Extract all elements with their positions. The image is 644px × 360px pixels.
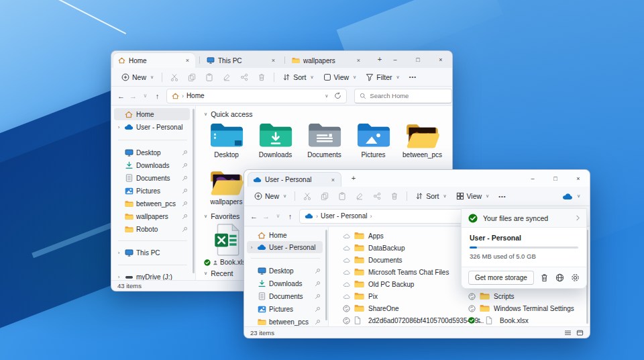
maximize-button[interactable]: □ — [544, 170, 567, 187]
sidebar-scrollbar[interactable] — [193, 109, 195, 273]
back-tab-home[interactable]: Home × — [113, 53, 195, 68]
delete-button[interactable] — [388, 189, 401, 203]
sidebar-item-home[interactable]: Home — [247, 229, 323, 241]
expander-icon[interactable]: › — [116, 124, 121, 130]
globe-icon[interactable] — [555, 273, 564, 282]
close-button[interactable]: × — [567, 170, 590, 187]
up-nav-button[interactable]: ↑ — [152, 92, 163, 100]
more-options-button[interactable]: ••• — [405, 71, 421, 83]
search-input[interactable] — [370, 92, 440, 99]
new-tab-button[interactable]: + — [348, 173, 359, 184]
file-row-windows-terminal-settings[interactable]: Windows Terminal Settings — [468, 302, 574, 314]
breadcrumb-segment[interactable]: Home — [186, 92, 205, 99]
section-favorites[interactable]: ∨ Favorites — [204, 212, 239, 220]
view-button[interactable]: View ∨ — [319, 71, 362, 84]
details-view-icon[interactable] — [564, 329, 572, 336]
front-tab-onedrive[interactable]: User - Personal × — [248, 172, 341, 187]
file-row-scripts[interactable]: Scripts — [468, 290, 515, 302]
sidebar-item-downloads[interactable]: Downloads — [247, 277, 323, 289]
sidebar-item-onedrive[interactable]: › User - Personal — [114, 121, 190, 133]
share-button[interactable] — [370, 189, 384, 203]
delete-button[interactable] — [255, 71, 268, 84]
section-recent[interactable]: ∨ Recent — [204, 269, 233, 277]
large-icons-view-icon[interactable] — [576, 329, 584, 336]
address-bar[interactable]: › User - Personal › — [299, 209, 464, 224]
address-dropdown-icon[interactable]: ∨ — [325, 93, 328, 99]
cut-button[interactable] — [168, 71, 181, 84]
forward-nav-button[interactable]: → — [127, 92, 139, 100]
view-button[interactable]: View ∨ — [451, 189, 494, 203]
paste-button[interactable] — [335, 189, 349, 203]
sidebar-scrollbar[interactable] — [325, 230, 327, 320]
sidebar-item-desktop[interactable]: Desktop — [247, 265, 323, 277]
history-dropdown[interactable]: ∨ — [272, 213, 284, 219]
paste-button[interactable] — [203, 71, 216, 84]
sidebar-item-documents[interactable]: Documents — [114, 172, 190, 184]
expander-icon[interactable]: › — [116, 250, 121, 256]
get-more-storage-button[interactable]: Get more storage — [468, 271, 534, 285]
address-bar[interactable]: › Home ∨ — [166, 89, 347, 103]
copy-button[interactable] — [318, 189, 331, 203]
sidebar-item-pictures[interactable]: Pictures — [247, 303, 323, 315]
file-row-teams-chat-files[interactable]: Microsoft Teams Chat Files — [343, 266, 449, 278]
more-options-button[interactable]: ••• — [494, 191, 511, 202]
onedrive-status-button[interactable]: ∨ — [562, 193, 590, 200]
rename-button[interactable] — [220, 71, 233, 84]
sidebar-item-desktop[interactable]: Desktop — [114, 146, 190, 159]
sync-status-row[interactable]: Your files are synced — [462, 209, 586, 228]
sort-button[interactable]: Sort ∨ — [278, 71, 318, 84]
sidebar-item-home[interactable]: Home — [114, 108, 190, 120]
front-titlebar[interactable]: User - Personal × + – □ × — [244, 170, 590, 187]
gear-icon[interactable] — [571, 273, 580, 282]
file-row-pix[interactable]: Pix — [343, 290, 378, 302]
sidebar-item-between-pcs[interactable]: between_pcs — [114, 197, 190, 210]
section-quick-access[interactable]: ∨ Quick access — [204, 110, 253, 118]
share-button[interactable] — [237, 71, 251, 84]
forward-nav-button[interactable]: → — [260, 212, 272, 220]
cut-button[interactable] — [301, 189, 314, 203]
back-nav-button[interactable]: ← — [115, 92, 127, 100]
recycle-bin-icon[interactable] — [540, 273, 549, 282]
file-row-documents[interactable]: Documents — [343, 254, 402, 266]
sidebar-item-onedrive[interactable]: › User - Personal — [247, 241, 323, 253]
sidebar-item-wallpapers[interactable]: wallpapers — [114, 210, 190, 222]
close-button[interactable]: × — [429, 51, 452, 68]
quick-access-documents[interactable]: Documents — [300, 121, 349, 159]
file-row-old-pc-backup[interactable]: Old PC Backup — [343, 278, 414, 290]
file-row-databackup[interactable]: DataBackup — [343, 242, 405, 254]
chevron-down-icon[interactable]: ∨ — [204, 111, 207, 117]
file-row-shareone[interactable]: ShareOne — [343, 302, 399, 314]
tab-close-button[interactable]: × — [270, 57, 276, 64]
refresh-icon[interactable] — [334, 92, 341, 99]
breadcrumb-segment[interactable]: User - Personal — [321, 212, 367, 220]
sidebar-item-documents[interactable]: Documents — [247, 290, 323, 302]
search-box[interactable] — [354, 89, 452, 103]
tab-close-button[interactable]: × — [184, 57, 191, 64]
new-button[interactable]: New ∨ — [250, 189, 291, 203]
quick-access-between-pcs[interactable]: between_pcs — [398, 121, 447, 159]
expander-icon[interactable]: › — [116, 274, 121, 280]
history-dropdown[interactable]: ∨ — [140, 93, 151, 99]
expander-icon[interactable]: › — [249, 244, 254, 251]
back-tab-wallpapers[interactable]: wallpapers × — [287, 53, 366, 68]
file-row-apps[interactable]: Apps — [343, 230, 384, 242]
maximize-button[interactable]: □ — [407, 51, 429, 68]
filter-button[interactable]: Filter ∨ — [361, 71, 404, 84]
file-row-book-xlsx[interactable]: Book.xlsx — [468, 314, 529, 326]
back-titlebar[interactable]: Home × This PC × wallpapers × + – □ × — [111, 51, 452, 68]
sidebar-item-pictures[interactable]: Pictures — [114, 185, 190, 197]
sidebar-item-this-pc[interactable]: › This PC — [114, 246, 190, 259]
file-row-hash-file[interactable]: 2d2d6ad072086bf4105700d5935439... — [343, 314, 484, 326]
back-nav-button[interactable]: ← — [248, 212, 260, 220]
chevron-down-icon[interactable]: ∨ — [204, 214, 207, 219]
tab-close-button[interactable]: × — [356, 57, 362, 64]
minimize-button[interactable]: – — [521, 170, 544, 187]
quick-access-pictures[interactable]: Pictures — [349, 121, 398, 159]
sidebar-item-downloads[interactable]: Downloads — [114, 159, 190, 171]
tab-close-button[interactable]: × — [330, 177, 336, 183]
chevron-down-icon[interactable]: ∨ — [204, 271, 207, 276]
copy-button[interactable] — [185, 71, 199, 84]
up-nav-button[interactable]: ↑ — [284, 212, 296, 220]
quick-access-downloads[interactable]: Downloads — [251, 121, 300, 159]
back-tab-thispc[interactable]: This PC × — [202, 53, 281, 68]
